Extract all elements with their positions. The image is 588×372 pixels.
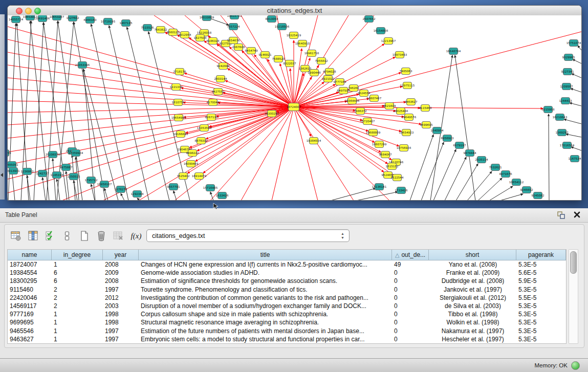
network-canvas[interactable]: 1872400714055724196539172069140610653287…: [8, 15, 581, 200]
network-window[interactable]: citations_edges.txt 18724007140557241965…: [7, 5, 582, 201]
table-selector-dropdown[interactable]: citations_edges.txt ▲▼: [146, 229, 350, 242]
table-cell[interactable]: Tibbo et al. (1998): [429, 310, 516, 318]
table-cell[interactable]: 5.9E-5: [516, 277, 566, 285]
table-cell[interactable]: 1997: [103, 327, 139, 335]
table-cell[interactable]: 2009: [103, 269, 139, 277]
function-builder-icon[interactable]: f(x): [129, 229, 143, 243]
table-cell[interactable]: 2: [52, 286, 103, 294]
network-node[interactable]: 9777169: [334, 79, 346, 85]
network-node[interactable]: 1242737: [36, 170, 49, 177]
network-node[interactable]: 3913931: [8, 168, 20, 174]
table-cell[interactable]: 0: [392, 294, 429, 302]
network-node[interactable]: 9115460: [419, 105, 432, 112]
close-panel-icon[interactable]: [573, 211, 581, 218]
table-cell[interactable]: 0: [392, 302, 429, 310]
network-node[interactable]: 1156863: [21, 168, 34, 175]
network-node[interactable]: 9245082: [532, 192, 545, 199]
network-node[interactable]: 2803144: [214, 76, 227, 82]
network-node[interactable]: 2935114: [475, 157, 488, 163]
create-new-icon[interactable]: [77, 229, 92, 243]
network-node[interactable]: 9474444: [464, 150, 476, 157]
network-node[interactable]: 8186328: [207, 38, 220, 45]
table-cell[interactable]: 9777169: [8, 310, 52, 318]
table-cell[interactable]: 9699695: [8, 318, 52, 326]
network-node[interactable]: 746266: [348, 85, 359, 92]
network-node[interactable]: 1990448: [308, 70, 321, 76]
table-cell[interactable]: 1: [52, 260, 103, 269]
network-node[interactable]: 7515526: [141, 25, 154, 31]
network-window-titlebar[interactable]: citations_edges.txt: [8, 6, 581, 16]
network-node[interactable]: 14353594: [197, 125, 212, 132]
table-cell[interactable]: 9465546: [8, 327, 52, 335]
table-cell[interactable]: 0: [392, 327, 429, 335]
network-node[interactable]: 8267130: [205, 114, 218, 121]
network-node[interactable]: 1527602: [67, 15, 79, 21]
table-cell[interactable]: 22420046: [8, 294, 52, 302]
network-node[interactable]: 9427552: [212, 89, 225, 95]
table-row[interactable]: 1938455462009Genome-wide association stu…: [8, 269, 566, 277]
network-node[interactable]: 2687652: [363, 16, 376, 23]
network-node[interactable]: 1921022: [322, 76, 335, 82]
table-cell[interactable]: 14569117: [8, 302, 52, 310]
table-cell[interactable]: Hescheler et al. (1997): [429, 335, 516, 343]
network-node[interactable]: 9498222: [186, 150, 199, 157]
network-node[interactable]: 10807487: [367, 95, 382, 102]
table-cell[interactable]: 6: [52, 277, 103, 285]
table-cell[interactable]: Estimation of the future numbers of pati…: [139, 327, 392, 335]
network-node[interactable]: 17016504: [560, 142, 575, 149]
table-cell[interactable]: 1998: [103, 318, 139, 326]
network-node[interactable]: 8454749: [245, 48, 258, 54]
network-node[interactable]: 16914479: [192, 173, 207, 180]
table-cell[interactable]: 5.3E-5: [516, 260, 566, 269]
delete-entries-icon[interactable]: [94, 229, 108, 243]
table-cell[interactable]: Jankovic et al. (1997): [429, 286, 516, 294]
table-cell[interactable]: Stergiakouli et al. (2012): [429, 294, 516, 302]
column-header-name[interactable]: name: [8, 250, 52, 260]
table-cell[interactable]: 9463627: [8, 335, 52, 343]
control-panel-edge[interactable]: [0, 14, 5, 200]
network-node[interactable]: 10688809: [366, 129, 381, 136]
delete-table-icon[interactable]: [111, 229, 125, 243]
table-cell[interactable]: 0: [392, 318, 429, 326]
table-cell[interactable]: Disruption of a novel member of a sodium…: [139, 302, 392, 310]
network-node[interactable]: 1467135: [120, 20, 133, 27]
network-node[interactable]: 9245652: [520, 187, 533, 193]
network-node[interactable]: 1145194: [51, 172, 63, 179]
table-cell[interactable]: 0: [392, 310, 429, 318]
network-node[interactable]: 8322037: [284, 60, 296, 67]
table-cell[interactable]: Structural magnetic resonance image aver…: [139, 318, 392, 326]
table-cell[interactable]: Changes of HCN gene expression and I(f) …: [139, 260, 392, 269]
network-node[interactable]: 1640954: [431, 127, 444, 134]
network-node[interactable]: 9857791: [167, 184, 180, 190]
network-node[interactable]: 7663822: [155, 27, 167, 33]
network-node[interactable]: 12975115: [400, 82, 415, 89]
network-node[interactable]: 1795722: [85, 177, 98, 184]
table-cell[interactable]: 19384554: [8, 269, 52, 277]
network-node[interactable]: 14136141: [372, 184, 387, 190]
network-node[interactable]: 10025488: [394, 108, 408, 115]
table-cell[interactable]: Corpus callosum shape and size in male p…: [139, 310, 392, 318]
table-cell[interactable]: 1: [52, 310, 103, 318]
scrollbar-thumb[interactable]: [570, 251, 577, 274]
network-node[interactable]: 10719195: [101, 18, 116, 25]
table-cell[interactable]: 2012: [103, 294, 139, 302]
clear-selection-icon[interactable]: [60, 229, 74, 243]
network-node[interactable]: 7485063: [400, 68, 412, 75]
table-row[interactable]: 2242004622012Investigating the contribut…: [8, 294, 566, 302]
table-cell[interactable]: 9115460: [8, 286, 52, 294]
network-node[interactable]: 1633426: [216, 192, 229, 199]
table-cell[interactable]: Franke et al. (2009): [429, 269, 516, 277]
table-mode-icon[interactable]: [9, 229, 23, 243]
network-node[interactable]: 19654923: [399, 129, 414, 136]
table-cell[interactable]: 0: [392, 335, 429, 343]
network-node[interactable]: 12213967: [381, 38, 396, 45]
table-cell[interactable]: Genome-wide association studies in ADHD.: [139, 269, 392, 277]
table-cell[interactable]: 5.6E-5: [516, 269, 566, 277]
network-node[interactable]: 1167534: [569, 156, 581, 162]
table-cell[interactable]: 1: [52, 318, 103, 326]
network-node[interactable]: 2126059: [8, 150, 11, 157]
table-cell[interactable]: 1997: [103, 335, 139, 343]
column-header-out_de[interactable]: △out_de...: [392, 250, 429, 260]
network-node[interactable]: 19218506: [275, 24, 290, 30]
table-cell[interactable]: 2: [52, 294, 103, 302]
